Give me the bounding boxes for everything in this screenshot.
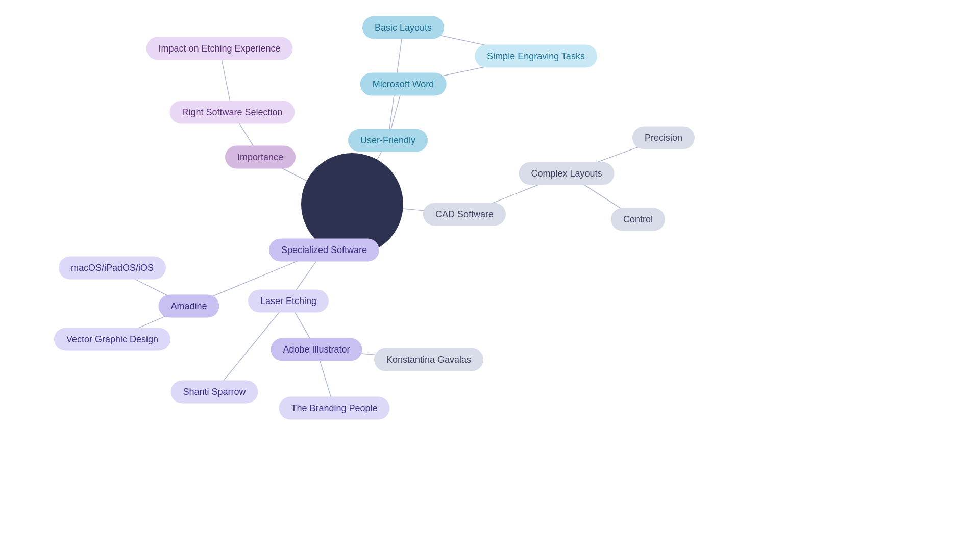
shanti-sparrow-node: Shanti Sparrow [170, 381, 258, 404]
right-software-node: Right Software Selection [169, 101, 295, 124]
control-node: Control [611, 208, 665, 231]
macos-node: macOS/iPadOS/iOS [59, 257, 166, 280]
adobe-illustrator-node: Adobe Illustrator [271, 338, 362, 361]
amadine-node: Amadine [158, 295, 219, 318]
complex-layouts-node: Complex Layouts [519, 162, 614, 185]
konstantina-gavalas-node: Konstantina Gavalas [374, 348, 483, 371]
microsoft-word-node: Microsoft Word [360, 73, 447, 96]
the-branding-people-node: The Branding People [279, 397, 389, 420]
specialized-software-node: Specialized Software [269, 239, 379, 262]
basic-layouts-node: Basic Layouts [362, 16, 444, 39]
simple-engraving-node: Simple Engraving Tasks [475, 45, 597, 68]
laser-etching-node: Laser Etching [248, 290, 329, 313]
user-friendly-node: User-Friendly [348, 129, 428, 152]
vector-graphic-node: Vector Graphic Design [54, 328, 170, 351]
impact-node: Impact on Etching Experience [146, 37, 292, 60]
cad-software-node: CAD Software [423, 203, 506, 226]
precision-node: Precision [632, 127, 695, 149]
importance-node: Importance [225, 146, 296, 169]
